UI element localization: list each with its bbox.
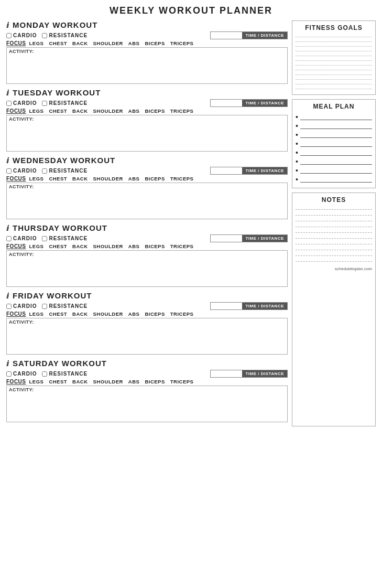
monday-cardio-label: CARDIO	[13, 33, 37, 38]
meal-bullet-4: •	[296, 140, 298, 147]
thursday-time-distance-box: TIME / DISTANCE	[210, 234, 288, 242]
monday-time-distance-label: TIME / DISTANCE	[242, 32, 287, 39]
saturday-activity-box[interactable]: ACTIVITY:	[6, 386, 288, 422]
monday-activity-box[interactable]: ACTIVITY:	[6, 47, 288, 84]
wednesday-activity-label: ACTIVITY:	[9, 184, 285, 189]
monday-focus-row: FOCUS LEGS CHEST BACK SHOULDER ABS BICEP…	[6, 40, 288, 46]
friday-resistance-checkbox[interactable]: RESISTANCE	[42, 303, 88, 309]
wednesday-time-distance-input[interactable]	[211, 167, 242, 174]
thursday-biceps: BICEPS	[145, 243, 165, 249]
saturday-label: SATURDAY WORKOUT	[13, 359, 107, 368]
tuesday-activity-box[interactable]: ACTIVITY:	[6, 115, 288, 152]
goals-line-10	[296, 79, 372, 80]
tuesday-cardio-checkbox[interactable]: CARDIO	[6, 100, 37, 106]
notes-line-8	[296, 250, 372, 250]
thursday-chest: CHEST	[49, 243, 67, 249]
meal-bullet-2: •	[296, 122, 298, 130]
friday-chest: CHEST	[49, 311, 67, 317]
saturday-cardio-input[interactable]	[6, 371, 12, 377]
thursday-cardio-checkbox[interactable]: CARDIO	[6, 236, 37, 241]
friday-cardio-checkbox[interactable]: CARDIO	[6, 303, 37, 309]
thursday-activity-box[interactable]: ACTIVITY:	[6, 250, 288, 287]
thursday-icon: ⅈ	[6, 224, 9, 232]
saturday-resistance-checkbox[interactable]: RESISTANCE	[42, 371, 88, 377]
goals-line-4	[296, 51, 372, 51]
goals-line-7	[296, 65, 372, 66]
wednesday-resistance-checkbox[interactable]: RESISTANCE	[42, 168, 88, 174]
monday-resistance-label: RESISTANCE	[49, 33, 88, 38]
thursday-resistance-input[interactable]	[42, 236, 47, 241]
wednesday-cardio-input[interactable]	[6, 168, 12, 174]
wednesday-cardio-checkbox[interactable]: CARDIO	[6, 168, 37, 174]
saturday-resistance-input[interactable]	[42, 371, 47, 377]
wednesday-activity-box[interactable]: ACTIVITY:	[6, 183, 288, 219]
thursday-resistance-checkbox[interactable]: RESISTANCE	[42, 236, 88, 241]
monday-label: MONDAY WORKOUT	[13, 20, 97, 29]
tuesday-time-distance-input[interactable]	[211, 100, 242, 106]
friday-label: FRIDAY WORKOUT	[13, 291, 92, 300]
tuesday-resistance-checkbox[interactable]: RESISTANCE	[42, 100, 88, 106]
monday-biceps: BICEPS	[145, 40, 165, 46]
meal-bullet-7: •	[296, 167, 298, 174]
meal-line-4	[300, 141, 372, 147]
friday-time-distance-input[interactable]	[211, 303, 242, 309]
thursday-time-distance-input[interactable]	[211, 235, 242, 242]
thursday-back: BACK	[72, 243, 88, 249]
goals-line-8	[296, 70, 372, 70]
tuesday-back: BACK	[72, 108, 88, 114]
wednesday-time-distance-box: TIME / DISTANCE	[210, 167, 288, 175]
tuesday-label: TUESDAY WORKOUT	[13, 88, 101, 97]
thursday-cardio-input[interactable]	[6, 236, 12, 241]
wednesday-section: ⅈ WEDNESDAY WORKOUT CARDIO RESISTANCE TI…	[6, 156, 288, 219]
tuesday-resistance-input[interactable]	[42, 101, 47, 106]
meal-item-7: •	[296, 167, 372, 174]
meal-line-6	[300, 158, 372, 165]
tuesday-time-distance-box: TIME / DISTANCE	[210, 99, 288, 107]
monday-time-distance-input[interactable]	[211, 32, 242, 39]
page-title: WEEKLY WORKOUT PLANNER	[6, 5, 376, 16]
saturday-cardio-label: CARDIO	[13, 371, 37, 377]
friday-focus-label: FOCUS	[6, 311, 26, 317]
thursday-checkboxes: CARDIO RESISTANCE TIME / DISTANCE	[6, 234, 288, 242]
meal-line-8	[300, 176, 372, 183]
friday-biceps: BICEPS	[145, 311, 165, 317]
friday-cardio-input[interactable]	[6, 304, 12, 309]
monday-cardio-input[interactable]	[6, 33, 12, 38]
monday-section: ⅈ MONDAY WORKOUT CARDIO RESISTANCE TIME …	[6, 20, 288, 84]
tuesday-focus-row: FOCUS LEGS CHEST BACK SHOULDER ABS BICEP…	[6, 108, 288, 114]
saturday-legs: LEGS	[29, 379, 44, 384]
friday-resistance-input[interactable]	[42, 304, 47, 309]
meal-bullet-6: •	[296, 158, 298, 165]
meal-plan-title: MEAL PLAN	[296, 103, 372, 110]
friday-legs: LEGS	[29, 311, 44, 317]
monday-resistance-input[interactable]	[42, 33, 47, 38]
tuesday-focus-label: FOCUS	[6, 108, 26, 114]
wednesday-resistance-input[interactable]	[42, 168, 47, 174]
meal-item-8: •	[296, 176, 372, 183]
goals-line-12	[296, 89, 372, 89]
saturday-cardio-checkbox[interactable]: CARDIO	[6, 371, 37, 377]
saturday-biceps: BICEPS	[145, 379, 165, 384]
friday-cardio-label: CARDIO	[13, 303, 37, 309]
saturday-time-distance-input[interactable]	[211, 370, 242, 377]
website-label: scheduletoplan.com	[296, 266, 372, 271]
monday-cardio-checkbox[interactable]: CARDIO	[6, 33, 37, 38]
friday-activity-box[interactable]: ACTIVITY:	[6, 318, 288, 355]
tuesday-cardio-input[interactable]	[6, 101, 12, 106]
meal-item-6: •	[296, 158, 372, 165]
tuesday-time-distance-label: TIME / DISTANCE	[242, 100, 287, 106]
saturday-triceps: TRICEPS	[170, 379, 194, 384]
saturday-time-distance-label: TIME / DISTANCE	[242, 370, 287, 377]
monday-chest: CHEST	[49, 40, 67, 46]
saturday-focus-label: FOCUS	[6, 379, 26, 384]
saturday-activity-label: ACTIVITY:	[9, 387, 285, 392]
wednesday-label: WEDNESDAY WORKOUT	[13, 156, 115, 165]
monday-legs: LEGS	[29, 40, 44, 46]
meal-item-1: •	[296, 113, 372, 121]
notes-line-5	[296, 232, 372, 233]
monday-activity-label: ACTIVITY:	[9, 49, 285, 54]
notes-lines	[296, 207, 372, 264]
monday-resistance-checkbox[interactable]: RESISTANCE	[42, 33, 88, 38]
meal-plan-panel: MEAL PLAN • • • •	[292, 99, 376, 188]
wednesday-resistance-label: RESISTANCE	[49, 168, 88, 174]
